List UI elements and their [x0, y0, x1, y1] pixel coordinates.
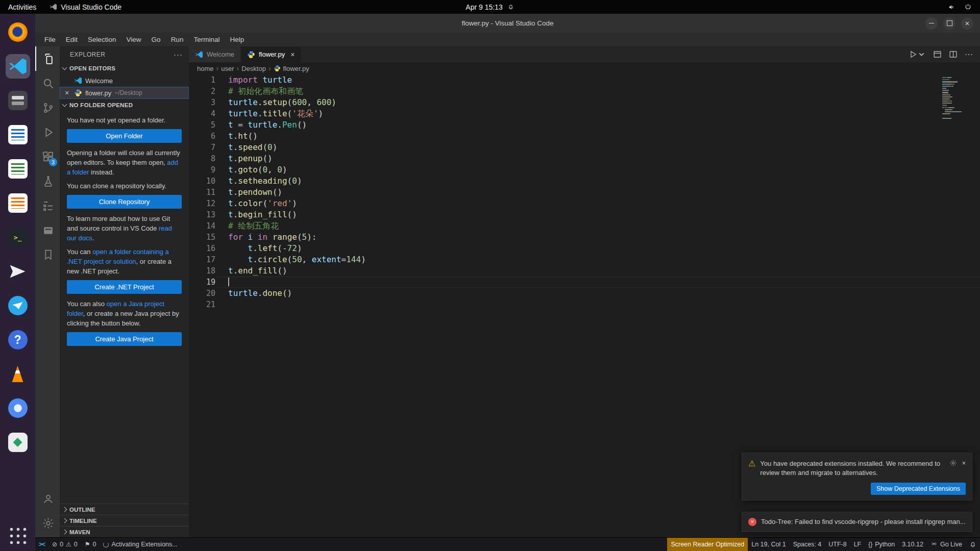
- activity-accounts-icon[interactable]: [35, 486, 60, 511]
- sidebar-section-outline[interactable]: OUTLINE: [60, 504, 189, 515]
- more-actions-icon[interactable]: ···: [965, 50, 973, 59]
- power-icon[interactable]: [964, 3, 972, 11]
- code-line-5[interactable]: 5t = turtle.Pen(): [189, 119, 980, 131]
- volume-icon[interactable]: [948, 3, 956, 11]
- status-bell-icon[interactable]: [966, 538, 980, 551]
- activity-run-and-debug-icon[interactable]: [35, 120, 60, 144]
- create-java-project-button[interactable]: Create Java Project: [67, 332, 182, 346]
- code-line-20[interactable]: 20turtle.done(): [189, 288, 980, 299]
- code-line-18[interactable]: 18t.end_fill(): [189, 265, 980, 277]
- go-live[interactable]: Go Live: [927, 538, 966, 551]
- dock-plane-icon[interactable]: [6, 259, 30, 284]
- dock-files-icon[interactable]: [6, 88, 30, 113]
- tab-welcome[interactable]: Welcome: [189, 46, 241, 62]
- code-line-9[interactable]: 9t.goto(0, 0): [189, 164, 980, 176]
- dock-terminal-icon[interactable]: >_: [6, 225, 30, 249]
- show-deprecated-extensions-button[interactable]: Show Deprecated Extensions: [871, 483, 966, 495]
- indentation[interactable]: Spaces: 4: [790, 538, 825, 551]
- dock-vscode-icon[interactable]: [6, 54, 30, 79]
- menu-view[interactable]: View: [121, 34, 146, 45]
- clone-repository-button[interactable]: Clone Repository: [67, 195, 182, 209]
- code-line-2[interactable]: 2# 初始化画布和画笔: [189, 86, 980, 97]
- code-line-12[interactable]: 12t.color('red'): [189, 198, 980, 209]
- activity-source-control-icon[interactable]: [35, 95, 60, 120]
- screen-reader-badge[interactable]: Screen Reader Optimized: [667, 538, 748, 551]
- open-editors-header[interactable]: OPEN EDITORS: [60, 62, 189, 74]
- menu-run[interactable]: Run: [166, 34, 189, 45]
- flag-counter[interactable]: ⚑ 0: [81, 538, 100, 551]
- code-line-14[interactable]: 14# 绘制五角花: [189, 220, 980, 232]
- remote-indicator[interactable]: ><: [35, 538, 48, 551]
- clock[interactable]: Apr 9 15:13: [465, 3, 514, 11]
- activity-docker-icon[interactable]: [35, 218, 60, 242]
- activity-search-icon[interactable]: [35, 71, 60, 95]
- close-tab-icon[interactable]: ×: [290, 51, 295, 59]
- problems-indicator[interactable]: ⊘ 0 ⚠ 0: [48, 538, 81, 551]
- cursor-position[interactable]: Ln 19, Col 1: [748, 538, 789, 551]
- maximize-button[interactable]: [943, 17, 955, 30]
- minimap[interactable]: [942, 77, 976, 122]
- code-line-6[interactable]: 6t.ht(): [189, 131, 980, 142]
- open-editor-welcome[interactable]: × Welcome: [60, 74, 189, 87]
- activity-manage-icon[interactable]: [35, 511, 60, 535]
- menu-terminal[interactable]: Terminal: [188, 34, 225, 45]
- no-folder-opened-header[interactable]: NO FOLDER OPENED: [60, 99, 189, 111]
- close-window-button[interactable]: ×: [961, 17, 973, 30]
- activity-testing-icon[interactable]: [35, 169, 60, 193]
- code-line-11[interactable]: 11t.pendown(): [189, 187, 980, 198]
- tab-flower-py[interactable]: flower.py ×: [241, 46, 302, 62]
- create-dotnet-project-button[interactable]: Create .NET Project: [67, 280, 182, 294]
- dock-writer-icon[interactable]: [6, 122, 30, 147]
- split-editor-icon[interactable]: [949, 50, 958, 59]
- menu-file[interactable]: File: [39, 34, 61, 45]
- python-interpreter[interactable]: 3.10.12: [898, 538, 927, 551]
- focused-app-indicator[interactable]: Visual Studio Code: [50, 3, 121, 11]
- sidebar-section-maven[interactable]: MAVEN: [60, 526, 189, 537]
- menu-selection[interactable]: Selection: [83, 34, 121, 45]
- activity-bookmarks-icon[interactable]: [35, 242, 60, 267]
- dock-vlc-icon[interactable]: [6, 362, 30, 386]
- activity-explorer-icon[interactable]: [35, 46, 60, 71]
- encoding[interactable]: UTF-8: [825, 538, 850, 551]
- activity-todo-tree-icon[interactable]: [35, 193, 60, 218]
- code-line-17[interactable]: 17 t.circle(50, extent=144): [189, 254, 980, 265]
- dock-firefox-icon[interactable]: [6, 20, 30, 44]
- show-applications-icon[interactable]: [8, 525, 28, 546]
- language-mode[interactable]: {} Python: [865, 538, 898, 551]
- code-line-19[interactable]: 19: [189, 277, 980, 288]
- code-line-8[interactable]: 8t.penup(): [189, 153, 980, 164]
- menu-help[interactable]: Help: [225, 34, 249, 45]
- open-folder-button[interactable]: Open Folder: [67, 129, 182, 143]
- dock-help-icon[interactable]: ?: [6, 328, 30, 352]
- dock-chromium-icon[interactable]: [6, 396, 30, 420]
- code-line-4[interactable]: 4turtle.title('花朵'): [189, 108, 980, 119]
- code-line-21[interactable]: 21: [189, 299, 980, 310]
- menu-go[interactable]: Go: [146, 34, 166, 45]
- sidebar-section-timeline[interactable]: TIMELINE: [60, 515, 189, 526]
- close-editor-icon[interactable]: ×: [63, 89, 71, 97]
- code-line-3[interactable]: 3turtle.setup(600, 600): [189, 97, 980, 108]
- title-bar[interactable]: flower.py - Visual Studio Code ×: [35, 14, 980, 33]
- breadcrumb-item-home[interactable]: home: [197, 65, 214, 72]
- code-line-13[interactable]: 13t.begin_fill(): [189, 209, 980, 220]
- minimize-button[interactable]: [925, 17, 938, 30]
- open-preview-icon[interactable]: [933, 50, 942, 59]
- breadcrumb[interactable]: home›user›Desktop›flower.py: [189, 62, 980, 74]
- menu-edit[interactable]: Edit: [61, 34, 83, 45]
- dock-telegram-icon[interactable]: [6, 293, 30, 318]
- breadcrumb-item-user[interactable]: user: [221, 65, 234, 72]
- code-line-15[interactable]: 15for i in range(5):: [189, 232, 980, 243]
- notification-close-icon[interactable]: ×: [962, 459, 966, 467]
- notification-todo-tree-error[interactable]: × Todo-Tree: Failed to find vscode-ripgr…: [742, 512, 972, 532]
- activating-extensions[interactable]: Activating Extensions...: [100, 538, 181, 551]
- dock-calc-icon[interactable]: [6, 157, 30, 181]
- open-editor-flower-py[interactable]: × flower.py ~/Desktop: [60, 87, 189, 99]
- code-line-10[interactable]: 10t.setheading(0): [189, 176, 980, 187]
- sidebar-more-actions-icon[interactable]: ···: [174, 50, 183, 59]
- breadcrumb-item-flower.py[interactable]: flower.py: [283, 65, 309, 72]
- activities-button[interactable]: Activities: [8, 3, 36, 11]
- dock-impress-icon[interactable]: [6, 191, 30, 215]
- code-line-16[interactable]: 16 t.left(-72): [189, 243, 980, 254]
- code-line-1[interactable]: 1import turtle: [189, 74, 980, 86]
- notification-settings-icon[interactable]: [949, 459, 957, 467]
